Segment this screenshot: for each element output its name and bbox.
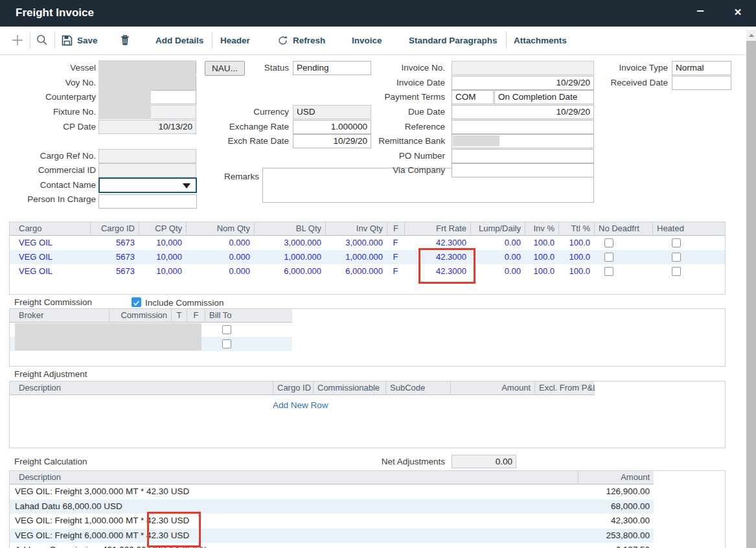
add-new-row-link[interactable]: Add New Row	[273, 400, 328, 410]
header-cell[interactable]: T	[171, 309, 187, 322]
person-in-charge-field[interactable]	[98, 194, 197, 209]
calculation-row[interactable]: VEG OIL: Freight 3,000.000 MT * 42.30 US…	[10, 485, 654, 499]
cell-amount[interactable]: -6,137.50	[577, 543, 654, 548]
exch-rate-date-field[interactable]: 10/29/20	[293, 134, 371, 148]
cell[interactable]: 10,000	[139, 264, 186, 279]
cell[interactable]: 100.0	[558, 236, 594, 250]
cell-description[interactable]: VEG OIL: Freight 6,000.000 MT * 42.30 US…	[10, 529, 577, 543]
header-button[interactable]: Header	[220, 27, 250, 54]
cell-cargo[interactable]: VEG OIL	[15, 250, 90, 264]
header-cell[interactable]: Bill To	[205, 309, 292, 322]
close-button[interactable]: ✕	[729, 6, 746, 18]
heated-checkbox[interactable]	[672, 238, 681, 247]
invoice-date-field[interactable]: 10/29/20	[452, 76, 594, 90]
cell[interactable]: 0.000	[186, 236, 254, 250]
status-field[interactable]: Pending	[293, 61, 371, 75]
header-cell[interactable]: F	[187, 309, 205, 322]
cell[interactable]: 1,000.000	[254, 250, 325, 264]
cell[interactable]: F	[387, 264, 404, 279]
header-cell[interactable]: Lump/Daily	[470, 222, 525, 235]
cell[interactable]: 0.00	[470, 236, 525, 250]
cell-description[interactable]: Lahad Datu 68,000.00 USD	[10, 499, 577, 514]
heated-checkbox[interactable]	[672, 267, 681, 276]
vertical-scrollbar[interactable]	[746, 30, 756, 548]
cell[interactable]: 100.0	[558, 250, 594, 264]
header-cell[interactable]: Cargo ID	[273, 382, 313, 394]
cell[interactable]: 0.000	[186, 250, 254, 264]
received-date-field[interactable]	[672, 76, 731, 90]
cell-amount[interactable]: 253,800.00	[577, 529, 654, 543]
header-cell[interactable]: Commissionable	[313, 382, 385, 394]
calculation-row[interactable]: VEG OIL: Freight 6,000.000 MT * 42.30 US…	[10, 529, 654, 543]
bill-to-checkbox[interactable]	[222, 325, 231, 334]
cell-amount[interactable]: 42,300.00	[577, 514, 654, 529]
standard-paragraphs-button[interactable]: Standard Paragraphs	[409, 27, 498, 54]
attachments-button[interactable]: Attachments	[514, 27, 567, 54]
exchange-rate-field[interactable]: 1.000000	[293, 120, 371, 134]
cell[interactable]: 5673	[90, 264, 139, 279]
cell-frt-rate[interactable]: 42.3000	[404, 236, 470, 250]
cell[interactable]: 6,000.000	[254, 264, 325, 279]
due-date-field[interactable]: 10/29/20	[452, 105, 594, 119]
reference-field[interactable]	[452, 120, 594, 134]
cell-cargo[interactable]: VEG OIL	[15, 264, 90, 279]
new-button[interactable]	[10, 27, 25, 54]
commission-row[interactable]	[10, 323, 292, 337]
cell-frt-rate[interactable]: 42.3000	[404, 250, 470, 264]
header-cell[interactable]: Cargo ID	[90, 222, 139, 235]
cell-description[interactable]: Address Commission: 491,000.00 USD * 1.2…	[10, 543, 577, 548]
cell[interactable]: 0.00	[470, 250, 525, 264]
header-cell[interactable]: CP Qty	[139, 222, 186, 235]
header-cell[interactable]: Cargo	[15, 222, 90, 235]
minimize-button[interactable]: –	[692, 3, 709, 17]
cell[interactable]: 100.0	[525, 264, 558, 279]
header-cell[interactable]: Description	[15, 471, 578, 485]
header-cell[interactable]: Broker	[15, 309, 109, 322]
header-cell[interactable]: Commission	[109, 309, 171, 322]
no-deadfrt-checkbox[interactable]	[604, 267, 613, 276]
header-cell[interactable]: Amount	[578, 471, 654, 485]
cell[interactable]: 5673	[90, 250, 139, 264]
header-cell[interactable]: No Deadfrt	[594, 222, 652, 235]
header-cell[interactable]: Nom Qty	[186, 222, 254, 235]
cell-description[interactable]: VEG OIL: Freight 1,000.000 MT * 42.30 US…	[10, 514, 577, 529]
no-deadfrt-checkbox[interactable]	[604, 238, 613, 247]
heated-checkbox[interactable]	[672, 253, 681, 262]
cell[interactable]: 0.000	[186, 264, 254, 279]
header-cell[interactable]: Inv Qty	[325, 222, 387, 235]
invoice-type-field[interactable]: Normal	[672, 61, 731, 75]
cargo-row[interactable]: VEG OIL 5673 10,000 0.000 1,000.000 1,00…	[10, 250, 725, 264]
header-cell[interactable]: Inv %	[525, 222, 558, 235]
cell[interactable]: 100.0	[525, 236, 558, 250]
header-cell[interactable]: BL Qty	[254, 222, 325, 235]
delete-button[interactable]	[120, 27, 130, 54]
cell-amount[interactable]: 126,900.00	[577, 485, 654, 499]
bill-to-checkbox[interactable]	[222, 339, 231, 348]
cell[interactable]: F	[387, 236, 404, 250]
header-cell[interactable]: Description	[15, 382, 273, 394]
po-number-field[interactable]	[452, 149, 594, 163]
cell[interactable]: 10,000	[139, 250, 186, 264]
cell-cargo[interactable]: VEG OIL	[15, 236, 90, 250]
contact-name-combobox[interactable]	[98, 177, 197, 193]
header-cell[interactable]: Excl. From P&L	[534, 382, 595, 394]
cell[interactable]: 10,000	[139, 236, 186, 250]
calculation-row[interactable]: Address Commission: 491,000.00 USD * 1.2…	[10, 543, 654, 548]
header-cell[interactable]: Ttl %	[558, 222, 594, 235]
cargo-row[interactable]: VEG OIL 5673 10,000 0.000 6,000.000 6,00…	[10, 264, 725, 279]
via-company-field[interactable]	[452, 163, 594, 177]
invoice-button[interactable]: Invoice	[352, 27, 382, 54]
chevron-down-icon[interactable]	[183, 183, 190, 188]
cell-frt-rate[interactable]: 42.3000	[404, 264, 470, 279]
cell[interactable]: 1,000.000	[325, 250, 387, 264]
header-cell[interactable]: Frt Rate	[404, 222, 470, 235]
add-details-button[interactable]: Add Details	[155, 27, 203, 54]
cell[interactable]: 3,000.000	[254, 236, 325, 250]
header-cell[interactable]: SubCode	[385, 382, 450, 394]
cell[interactable]: 100.0	[525, 250, 558, 264]
header-cell[interactable]: Amount	[450, 382, 534, 394]
cargo-row[interactable]: VEG OIL 5673 10,000 0.000 3,000.000 3,00…	[10, 236, 725, 250]
cell-amount[interactable]: 68,000.00	[577, 499, 654, 514]
cell-description[interactable]: VEG OIL: Freight 3,000.000 MT * 42.30 US…	[10, 485, 577, 499]
commission-row[interactable]	[10, 337, 292, 351]
